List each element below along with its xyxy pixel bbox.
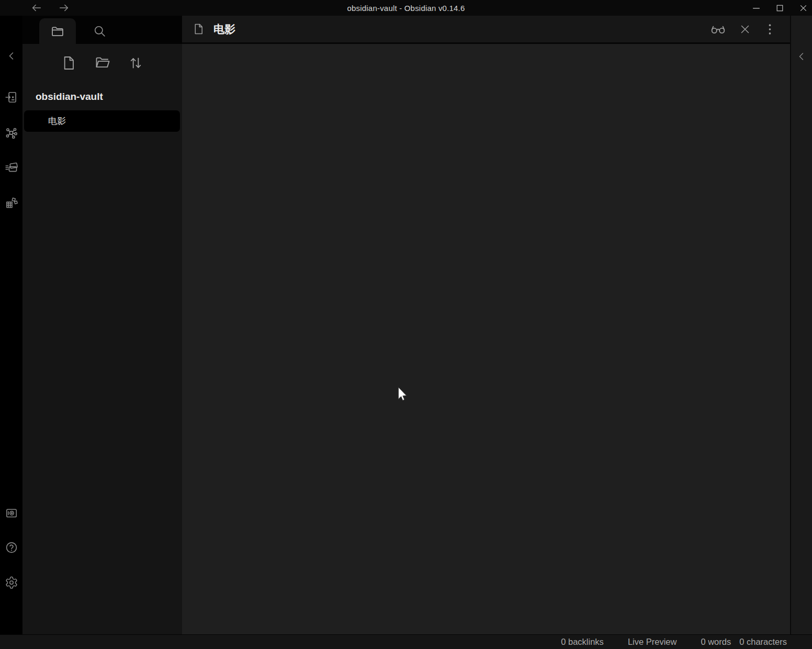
arrow-left-icon [31,2,42,14]
statusbar: 0 backlinks Live Preview 0 words 0 chara… [0,634,812,649]
help-button[interactable] [3,539,20,556]
titlebar: obsidian-vault - Obsidian v0.14.6 [0,0,812,16]
history-nav [31,0,70,16]
editor-header: 电影 [182,16,790,44]
close-window-button[interactable] [799,4,808,13]
window-controls [752,0,808,16]
left-ribbon [0,16,22,634]
tab-file-explorer[interactable] [39,18,76,44]
reading-view-button[interactable] [710,21,726,37]
file-arrow-icon [5,90,18,104]
collapse-left-sidebar-button[interactable] [3,48,20,64]
mouse-cursor-icon [398,386,408,402]
file-item-selected[interactable]: 电影 [24,110,180,132]
more-options-button[interactable] [764,22,775,36]
blocks-dice-icon [5,196,18,210]
search-icon [93,24,107,38]
nav-forward-button[interactable] [58,2,70,14]
sidebar-tab-strip [22,16,182,44]
vault-title: obsidian-vault [36,91,103,103]
graph-view-button[interactable] [3,124,20,141]
new-file-icon [61,55,76,71]
close-pane-button[interactable] [739,23,751,36]
file-item-label: 电影 [48,115,66,127]
file-explorer-pane: obsidian-vault 电影 [22,44,182,634]
right-sidebar-strip [790,16,812,634]
file-icon [193,23,205,35]
status-backlinks[interactable]: 0 backlinks [561,637,604,647]
new-folder-icon [95,55,110,71]
minimize-button[interactable] [752,4,761,13]
note-title: 电影 [213,22,235,37]
minimize-icon [752,4,761,13]
maximize-button[interactable] [775,4,784,13]
new-folder-button[interactable] [94,54,111,71]
obsidian-window: obsidian-vault - Obsidian v0.14.6 [0,0,812,649]
vault-switcher-button[interactable] [3,505,20,521]
status-character-count: 0 characters [739,637,787,647]
quick-switcher-button[interactable] [3,89,20,106]
window-title: obsidian-vault - Obsidian v0.14.6 [0,4,812,13]
status-editor-mode[interactable]: Live Preview [628,637,677,647]
editor-pane: 电影 [182,16,790,634]
view-actions [710,21,775,37]
close-icon [739,23,751,36]
arrow-right-icon [58,2,70,14]
left-sidebar: obsidian-vault 电影 [22,16,182,634]
maximize-icon [775,4,784,13]
cards-icon [5,161,18,174]
help-circle-icon [5,541,18,554]
command-palette-button[interactable] [3,159,20,176]
sort-order-button[interactable] [128,54,144,71]
glasses-icon [710,21,726,37]
chevron-left-icon [5,50,18,62]
gear-icon [5,576,18,589]
tab-search[interactable] [86,18,112,44]
chevron-left-icon [795,50,808,63]
vault-safe-icon [5,506,18,520]
settings-button[interactable] [3,574,20,591]
status-word-count: 0 words [701,637,731,647]
random-note-button[interactable] [3,195,20,211]
graph-icon [5,126,18,140]
kebab-icon [764,22,775,36]
folder-icon [50,24,65,39]
file-explorer-actions [22,54,182,71]
workspace: obsidian-vault 电影 电影 [0,16,812,634]
sort-arrows-icon [128,55,143,71]
new-note-button[interactable] [61,54,77,71]
expand-right-sidebar-button[interactable] [793,48,810,65]
editor-content[interactable] [182,44,790,634]
close-icon [799,4,808,13]
nav-back-button[interactable] [31,2,42,14]
